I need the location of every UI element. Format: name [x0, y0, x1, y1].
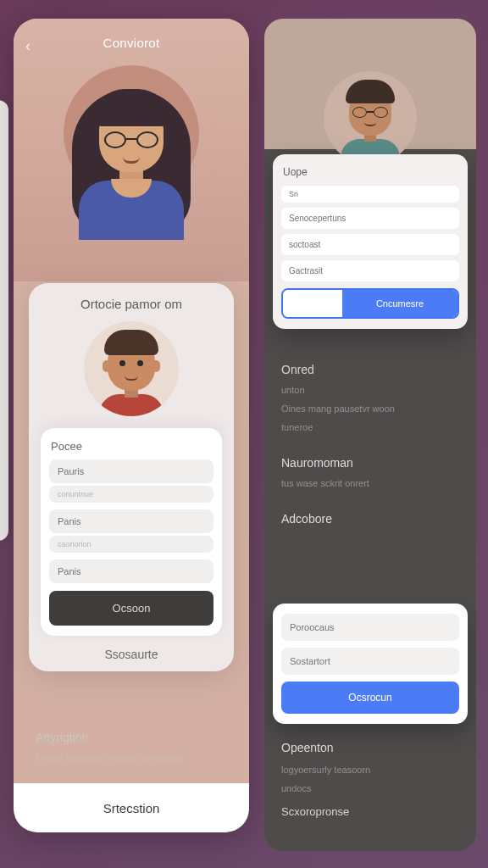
peek-card-left [0, 100, 8, 541]
submit-button[interactable]: Ocsrocun [281, 682, 459, 714]
input-4[interactable] [281, 260, 459, 281]
input-2[interactable] [281, 208, 459, 229]
settings-list: Onred unton Oines mang pausetvr woon tun… [281, 363, 463, 534]
secondary-link[interactable]: Ssosaurte [41, 636, 222, 663]
tail-last[interactable]: Scxoropronse [281, 805, 463, 818]
cta-split: Cncumesre [281, 288, 459, 319]
section-subtext: Uroget yrsctrom contony cormuand [36, 753, 227, 763]
list-item[interactable]: logyoersurly teasoorn [281, 765, 463, 775]
list-item[interactable]: unton [281, 385, 463, 395]
avatar[interactable] [64, 65, 199, 201]
avatar-secondary[interactable] [84, 321, 179, 416]
phone-mock-right: Uope Cncumesre Onred unton Oines mang pa… [264, 19, 476, 851]
field-2[interactable] [49, 509, 214, 533]
page-title: Conviorot [103, 36, 160, 50]
list-item[interactable]: tus wase sckrit onrert [281, 478, 463, 488]
input-3[interactable] [281, 234, 459, 255]
form-card: Pocee conuntnue caoriorion Ocsoon [41, 428, 222, 636]
cta-button[interactable]: Cncumesre [342, 290, 458, 317]
section-below: Attyrigtion Uroget yrsctrom contony corm… [36, 731, 227, 763]
tail-heading: Opeenton [281, 741, 463, 754]
profile-card: Ortocie pamor om Pocee conuntnue caorior… [29, 283, 234, 671]
input-a[interactable] [281, 614, 459, 641]
list-heading-2: Nauromoman [281, 456, 463, 470]
list-item[interactable]: tuneroe [281, 422, 463, 432]
list-heading-3: Adcobore [281, 512, 463, 526]
form-card-bottom: Ocsrocun [273, 604, 468, 724]
list-heading-1: Onred [281, 363, 463, 376]
tail-section: Opeenton logyoersurly teasoorn undocs Sc… [281, 741, 463, 818]
form-section-label: Pocee [51, 440, 212, 453]
profile-header-right [264, 19, 476, 149]
form-card-top: Uope Cncumesre [273, 154, 468, 329]
submit-button[interactable]: Ocsoon [49, 591, 214, 626]
field-3[interactable] [49, 559, 214, 583]
list-item[interactable]: undocs [281, 783, 463, 793]
phone-mock-left: ‹ Conviorot Ortocie pamor om [14, 19, 249, 832]
cta-blank-input[interactable] [283, 290, 342, 317]
field-1-hint: conuntnue [49, 486, 214, 503]
bottom-tab-label: Srtecstion [103, 801, 160, 815]
input-b[interactable] [281, 648, 459, 675]
card-title: Ortocie pamor om [41, 297, 222, 311]
field-2-hint: caoriorion [49, 536, 214, 553]
list-item[interactable]: Oines mang pausetvr woon [281, 403, 463, 414]
bottom-tab[interactable]: Srtecstion [14, 783, 249, 832]
field-1[interactable] [49, 459, 214, 483]
profile-header: ‹ Conviorot [14, 19, 249, 281]
form-heading: Uope [283, 166, 458, 178]
input-1[interactable] [281, 186, 459, 203]
back-icon[interactable]: ‹ [25, 37, 30, 55]
avatar-illustration [64, 65, 199, 201]
avatar[interactable] [324, 71, 417, 164]
section-heading: Attyrigtion [36, 731, 227, 744]
